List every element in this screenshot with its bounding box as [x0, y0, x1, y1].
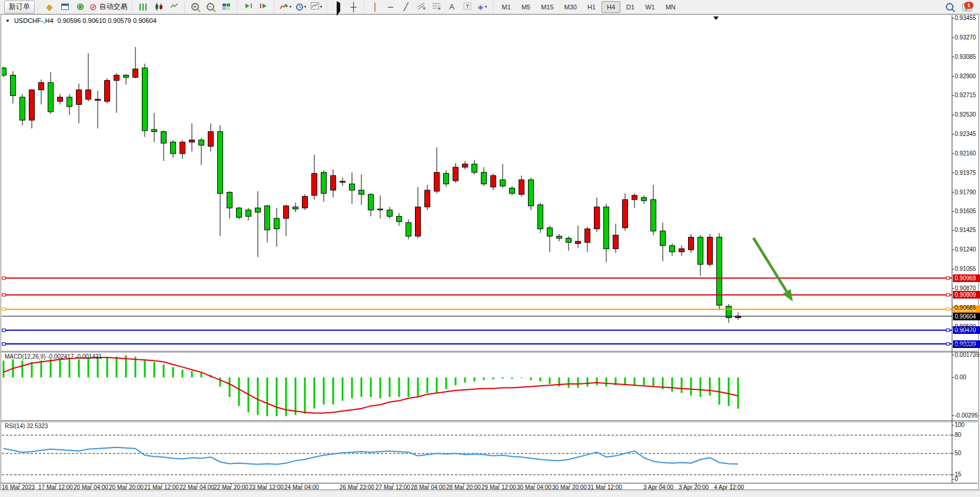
zoom-out-icon[interactable]: − — [204, 1, 218, 13]
macd-bar — [88, 358, 89, 377]
candle — [547, 226, 553, 251]
candlestick-chart-icon[interactable] — [152, 1, 166, 13]
indicators-icon[interactable]: ▾ — [278, 1, 293, 13]
macd-bar — [116, 357, 118, 377]
macd-bar — [521, 377, 523, 378]
macd-bar — [728, 377, 730, 406]
candle — [20, 94, 25, 125]
macd-bar — [606, 377, 607, 386]
timeframe-button-m30[interactable]: M30 — [560, 2, 582, 12]
templates-icon[interactable]: ▾ — [310, 1, 324, 13]
candle — [707, 234, 713, 267]
chart-title: ▼ USDCHF-,H4 0.90596 0.90610 0.90579 0.9… — [5, 17, 157, 24]
candle — [218, 125, 223, 236]
channel-icon[interactable]: E — [414, 1, 428, 13]
horizontal-line-icon[interactable]: ─ — [384, 1, 398, 13]
timeframe-button-m15[interactable]: M15 — [536, 2, 558, 12]
chevron-down-icon: ▾ — [290, 4, 292, 9]
macd-bar — [709, 377, 711, 396]
candlesticks — [1, 47, 741, 323]
candle — [604, 204, 609, 262]
line-handle[interactable] — [2, 293, 5, 296]
candle — [95, 91, 101, 128]
candle — [519, 175, 524, 196]
candle — [387, 207, 393, 218]
macd-bar — [540, 377, 542, 382]
candle — [255, 191, 261, 257]
line-handle[interactable] — [2, 329, 5, 332]
macd-bar — [408, 377, 410, 397]
line-handle[interactable] — [946, 343, 949, 346]
macd-bar — [511, 377, 513, 379]
chart-window-icon[interactable] — [58, 1, 72, 13]
macd-bar — [41, 360, 42, 377]
candle — [425, 185, 430, 210]
timeframe-button-m1[interactable]: M1 — [497, 2, 516, 12]
timeframe-button-h1[interactable]: H1 — [583, 2, 600, 12]
macd-bar — [577, 377, 579, 388]
text-label-icon[interactable]: T — [460, 1, 474, 13]
line-handle[interactable] — [2, 343, 5, 346]
candle — [274, 208, 280, 247]
timeframe-button-mn[interactable]: MN — [661, 2, 680, 12]
crosshair-icon[interactable]: ┼ — [347, 1, 361, 13]
periods-icon[interactable]: ▾ — [294, 1, 308, 13]
macd-bar — [22, 360, 24, 377]
vertical-line-icon[interactable]: │ — [368, 1, 383, 13]
bar-chart-icon[interactable] — [137, 1, 151, 13]
macd-bar — [643, 377, 645, 385]
signal-icon[interactable] — [73, 1, 87, 13]
macd-bar — [78, 359, 80, 377]
candle — [265, 205, 270, 243]
chart-collapse-icon[interactable]: ▼ — [5, 18, 10, 24]
line-handle[interactable] — [2, 277, 5, 280]
auto-scroll-icon[interactable] — [241, 1, 255, 13]
cursor-icon[interactable] — [331, 1, 346, 13]
zoom-in-icon[interactable]: + — [189, 1, 203, 13]
macd-bar — [493, 377, 494, 379]
fibonacci-icon[interactable]: F — [430, 1, 444, 13]
macd-bar — [267, 377, 268, 416]
candle — [576, 226, 581, 247]
rsi-line — [4, 448, 738, 465]
timeframe-button-m5[interactable]: M5 — [517, 2, 535, 12]
trendline-render: ╱ — [404, 3, 408, 11]
candle — [152, 113, 157, 143]
macd-bar — [191, 371, 193, 377]
macd-histogram — [3, 356, 739, 416]
trendline-icon[interactable]: ╱ — [399, 1, 413, 13]
timeframe-button-w1[interactable]: W1 — [640, 2, 660, 12]
macd-bar — [333, 377, 334, 405]
candle — [566, 236, 572, 251]
search-icon[interactable] — [943, 1, 958, 13]
market-watch-icon[interactable]: ◆ — [42, 1, 57, 13]
line-handle[interactable] — [946, 293, 949, 296]
line-handle[interactable] — [2, 308, 5, 311]
toolbar-group: 新订单 — [0, 1, 38, 14]
annotation-arrow-line[interactable] — [753, 238, 786, 291]
macd-bar — [681, 377, 683, 393]
text-icon[interactable]: A — [445, 1, 459, 13]
tile-windows-icon[interactable] — [220, 1, 234, 13]
chart-canvas — [0, 0, 980, 497]
arrows-icon[interactable]: ◈▾ — [476, 1, 490, 13]
candle — [453, 163, 459, 183]
candle — [284, 205, 289, 236]
chart-shift-icon[interactable] — [257, 1, 271, 13]
notifications-icon[interactable]: 1 — [959, 1, 975, 13]
line-handle[interactable] — [946, 329, 949, 332]
candle — [623, 193, 628, 231]
cursor-render — [337, 3, 340, 11]
macd-bar — [154, 362, 155, 377]
line-handle[interactable] — [946, 308, 949, 311]
line-handle[interactable] — [946, 277, 949, 280]
svg-text:E: E — [423, 6, 426, 10]
autoscroll-render — [244, 2, 253, 11]
new-order-button[interactable]: 新订单 — [4, 1, 35, 14]
candle — [670, 243, 675, 256]
line-chart-icon[interactable] — [167, 1, 181, 13]
timeframe-button-h4[interactable]: H4 — [602, 1, 620, 13]
timeframe-button-d1[interactable]: D1 — [622, 2, 639, 12]
candle — [557, 234, 562, 241]
autotrade-button[interactable]: ⊘自动交易 — [88, 1, 129, 13]
